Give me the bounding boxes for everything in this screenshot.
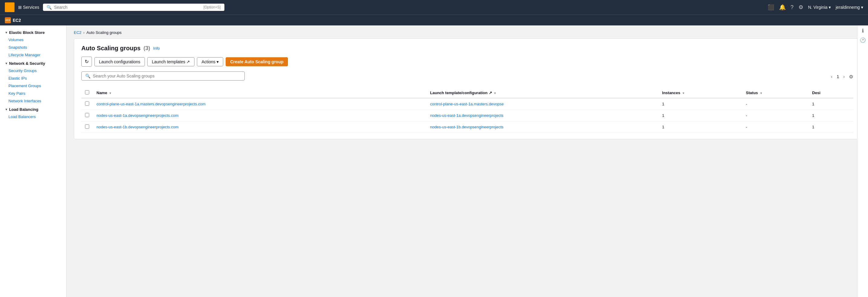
name-cell: control-plane-us-east-1a.masters.devopse… bbox=[93, 98, 427, 110]
refresh-button[interactable]: ↻ bbox=[81, 57, 92, 67]
service-bar: EC2 EC2 bbox=[0, 14, 868, 25]
sidebar-item-key-pairs[interactable]: Key Pairs bbox=[0, 90, 66, 97]
aws-logo bbox=[5, 2, 14, 12]
top-nav: ⊞ Services 🔍 [Option+S] ⬛ 🔔 ? ⚙ N. Virgi… bbox=[0, 0, 868, 14]
create-auto-scaling-button[interactable]: Create Auto Scaling group bbox=[226, 57, 288, 66]
table-row: control-plane-us-east-1a.masters.devopse… bbox=[81, 98, 853, 110]
auto-scaling-table: Name ▾ Launch template/configuration ↗ ▾… bbox=[81, 88, 853, 133]
name-cell: nodes-us-east-1b.devopsengineerprojects.… bbox=[93, 121, 427, 133]
info-link[interactable]: Info bbox=[153, 46, 160, 51]
sidebar-item-network-interfaces[interactable]: Network Interfaces bbox=[0, 97, 66, 105]
table-pagination: ‹ 1 › ⚙ bbox=[829, 73, 853, 80]
main-content: EC2 › Auto Scaling groups Auto Scaling g… bbox=[66, 25, 868, 297]
breadcrumb-current: Auto Scaling groups bbox=[87, 30, 122, 35]
right-panel: ℹ 🕐 bbox=[857, 25, 868, 297]
instances-col-header: Instances ▾ bbox=[658, 88, 742, 98]
breadcrumb-separator: › bbox=[83, 30, 84, 35]
desired-cell: 1 bbox=[808, 98, 853, 110]
search-input[interactable] bbox=[54, 5, 201, 10]
user-menu[interactable]: jeraldinnemg ▾ bbox=[836, 5, 863, 10]
status-cell: - bbox=[742, 121, 808, 133]
launch-configurations-button[interactable]: Launch configurations bbox=[94, 57, 145, 66]
services-button[interactable]: ⊞ Services bbox=[18, 5, 39, 10]
breadcrumb-ec2-link[interactable]: EC2 bbox=[74, 30, 81, 35]
instances-cell: 1 bbox=[658, 110, 742, 121]
actions-button[interactable]: Actions ▾ bbox=[197, 57, 223, 66]
actions-bar: ↻ Launch configurations Launch templates… bbox=[81, 57, 853, 67]
aws-logo-icon bbox=[5, 2, 14, 12]
table-search-icon: 🔍 bbox=[85, 73, 90, 79]
sidebar-item-snapshots[interactable]: Snapshots bbox=[0, 43, 66, 51]
terminal-icon[interactable]: ⬛ bbox=[768, 4, 774, 10]
status-col-header: Status ▾ bbox=[742, 88, 808, 98]
status-sort-icon[interactable]: ▾ bbox=[760, 91, 762, 95]
grid-icon: ⊞ bbox=[18, 5, 22, 10]
launch-template-cell: nodes-us-east-1a.devopsengineerprojects bbox=[427, 110, 658, 121]
sidebar-item-elastic-ips[interactable]: Elastic IPs bbox=[0, 75, 66, 82]
table-row: nodes-us-east-1b.devopsengineerprojects.… bbox=[81, 121, 853, 133]
region-selector[interactable]: N. Virginia ▾ bbox=[808, 5, 831, 10]
row-checkbox-cell bbox=[81, 121, 93, 133]
sidebar-section-network-security[interactable]: ▼ Network & Security bbox=[0, 59, 66, 67]
page-title: Auto Scaling groups bbox=[81, 45, 141, 52]
help-icon[interactable]: ? bbox=[790, 4, 794, 10]
sidebar-item-load-balancers[interactable]: Load Balancers bbox=[0, 113, 66, 120]
row-checkbox[interactable] bbox=[85, 124, 89, 129]
breadcrumb: EC2 › Auto Scaling groups bbox=[74, 30, 861, 35]
sidebar-item-security-groups[interactable]: Security Groups bbox=[0, 67, 66, 75]
right-panel-clock-icon[interactable]: 🕐 bbox=[860, 37, 866, 43]
desired-col-header: Desi bbox=[808, 88, 853, 98]
asg-name-link[interactable]: nodes-us-east-1b.devopsengineerprojects.… bbox=[96, 125, 179, 129]
launch-template-link[interactable]: nodes-us-east-1b.devopsengineerprojects bbox=[430, 125, 503, 129]
launch-template-link[interactable]: nodes-us-east-1a.devopsengineerprojects bbox=[430, 113, 503, 118]
sidebar-item-lifecycle-manager[interactable]: Lifecycle Manager bbox=[0, 51, 66, 59]
sidebar: ▼ Elastic Block Store Volumes Snapshots … bbox=[0, 25, 66, 297]
asg-name-link[interactable]: control-plane-us-east-1a.masters.devopse… bbox=[96, 102, 206, 106]
row-checkbox[interactable] bbox=[85, 101, 89, 106]
group-count: (3) bbox=[144, 45, 150, 52]
right-panel-info-icon[interactable]: ℹ bbox=[862, 28, 864, 34]
row-checkbox-cell bbox=[81, 110, 93, 121]
row-checkbox-cell bbox=[81, 98, 93, 110]
search-shortcut: [Option+S] bbox=[204, 5, 221, 9]
next-page-button[interactable]: › bbox=[841, 73, 846, 80]
launch-template-cell: control-plane-us-east-1a.masters.devopse bbox=[427, 98, 658, 110]
nav-right: ⬛ 🔔 ? ⚙ N. Virginia ▾ jeraldinnemg ▾ bbox=[768, 4, 863, 10]
launch-template-link[interactable]: control-plane-us-east-1a.masters.devopse bbox=[430, 102, 504, 106]
search-bar[interactable]: 🔍 [Option+S] bbox=[43, 4, 224, 11]
table-search-input[interactable] bbox=[93, 73, 241, 79]
name-sort-icon[interactable]: ▾ bbox=[110, 91, 111, 95]
collapse-arrow-3: ▼ bbox=[5, 108, 8, 111]
app-body: ▼ Elastic Block Store Volumes Snapshots … bbox=[0, 25, 868, 297]
launch-template-cell: nodes-us-east-1b.devopsengineerprojects bbox=[427, 121, 658, 133]
prev-page-button[interactable]: ‹ bbox=[829, 73, 834, 80]
select-all-header bbox=[81, 88, 93, 98]
sidebar-section-elastic-block-store[interactable]: ▼ Elastic Block Store bbox=[0, 28, 66, 36]
desired-cell: 1 bbox=[808, 110, 853, 121]
status-cell: - bbox=[742, 98, 808, 110]
name-col-header: Name ▾ bbox=[93, 88, 427, 98]
asg-name-link[interactable]: nodes-us-east-1a.devopsengineerprojects.… bbox=[96, 113, 179, 118]
bell-icon[interactable]: 🔔 bbox=[779, 4, 786, 10]
launch-template-sort-icon[interactable]: ▾ bbox=[494, 91, 496, 95]
sidebar-item-volumes[interactable]: Volumes bbox=[0, 36, 66, 43]
select-all-checkbox[interactable] bbox=[85, 90, 89, 94]
auto-scaling-card: Auto Scaling groups (3) Info ↻ Launch co… bbox=[74, 38, 861, 139]
table-search-bar[interactable]: 🔍 bbox=[81, 71, 245, 81]
instances-cell: 1 bbox=[658, 121, 742, 133]
name-cell: nodes-us-east-1a.devopsengineerprojects.… bbox=[93, 110, 427, 121]
row-checkbox[interactable] bbox=[85, 113, 89, 117]
table-settings-icon[interactable]: ⚙ bbox=[849, 74, 853, 80]
instances-cell: 1 bbox=[658, 98, 742, 110]
service-name: EC2 EC2 bbox=[5, 17, 21, 23]
desired-cell: 1 bbox=[808, 121, 853, 133]
launch-template-col-header: Launch template/configuration ↗ ▾ bbox=[427, 88, 658, 98]
ec2-icon: EC2 bbox=[5, 17, 11, 23]
search-icon: 🔍 bbox=[46, 5, 52, 10]
instances-sort-icon[interactable]: ▾ bbox=[683, 91, 684, 95]
settings-icon[interactable]: ⚙ bbox=[799, 4, 803, 10]
sidebar-item-placement-groups[interactable]: Placement Groups bbox=[0, 82, 66, 90]
sidebar-section-load-balancing[interactable]: ▼ Load Balancing bbox=[0, 105, 66, 113]
page-number: 1 bbox=[837, 74, 839, 79]
launch-templates-button[interactable]: Launch templates ↗ bbox=[147, 57, 194, 66]
